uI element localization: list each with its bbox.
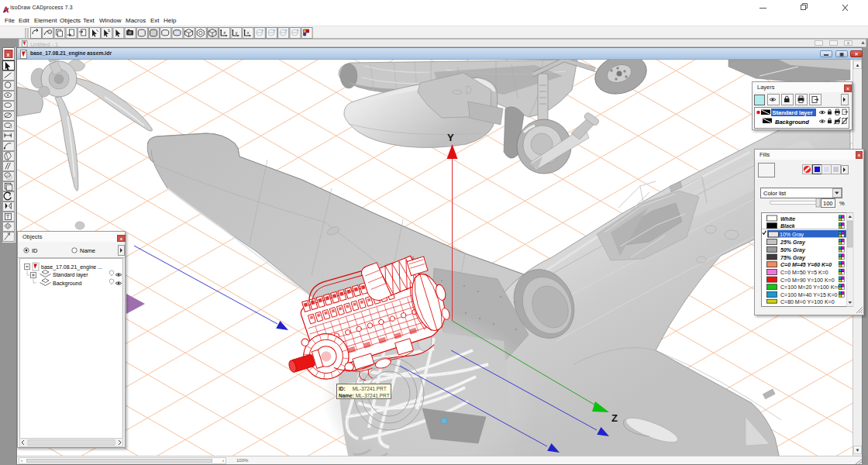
svg-text:C=80 M=0 Y=100 K=0: C=80 M=0 Y=100 K=0 <box>780 299 835 305</box>
svg-text:T: T <box>6 213 10 220</box>
svg-text:C=0 M=45 Y=60 K=0: C=0 M=45 Y=60 K=0 <box>780 262 832 267</box>
svg-text:x: x <box>7 52 10 57</box>
svg-text:y: y <box>235 30 237 35</box>
svg-text:z: z <box>223 30 226 35</box>
svg-text:C=0 M=50 Y=5 K=0: C=0 M=50 Y=5 K=0 <box>780 270 828 275</box>
svg-text:Y: Y <box>447 132 454 143</box>
svg-text:Background: Background <box>775 119 809 126</box>
svg-text:Name: Name <box>80 247 95 254</box>
svg-text:50% Gray: 50% Gray <box>780 247 806 253</box>
svg-text:10% Gray: 10% Gray <box>780 232 804 238</box>
svg-text:C=100 M=20 Y=100 K=0: C=100 M=20 Y=100 K=0 <box>780 284 840 290</box>
svg-text:Z: Z <box>611 412 618 424</box>
svg-text:Black: Black <box>780 223 796 229</box>
svg-text:White: White <box>780 216 795 222</box>
svg-text:ID: ID <box>32 247 38 254</box>
svg-text:C=0 M=90 Y=100 K=0: C=0 M=90 Y=100 K=0 <box>780 277 835 283</box>
svg-text:100: 100 <box>823 200 833 207</box>
svg-text:75% Gray: 75% Gray <box>780 255 806 261</box>
svg-text:base_17.08.21_engine ...: base_17.08.21_engine ... <box>41 264 102 270</box>
svg-text:Color list: Color list <box>763 190 787 197</box>
svg-text:Standard layer: Standard layer <box>53 272 88 278</box>
svg-text:x: x <box>247 30 250 35</box>
svg-text:C=100 M=40 Y=15 K=0: C=100 M=40 Y=15 K=0 <box>780 292 838 298</box>
svg-text:Background: Background <box>53 281 81 287</box>
svg-text:Standard layer: Standard layer <box>773 109 813 116</box>
svg-text:25% Gray: 25% Gray <box>780 239 806 246</box>
svg-text:%: % <box>839 200 845 207</box>
